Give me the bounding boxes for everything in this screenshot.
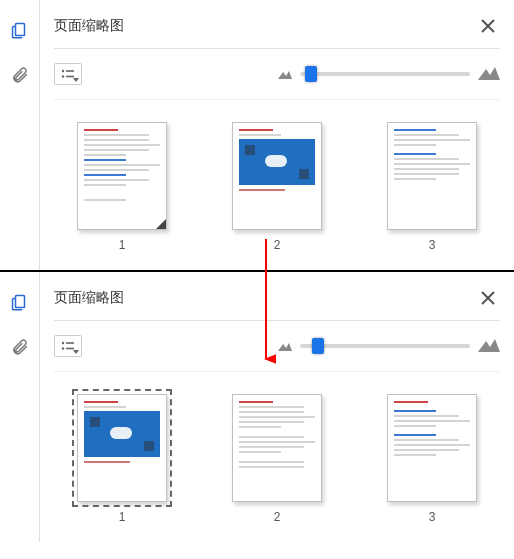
thumbnail-item: 2 xyxy=(217,122,337,252)
zoom-slider[interactable] xyxy=(300,344,470,348)
thumbnails-icon[interactable] xyxy=(9,20,31,42)
page-thumbnail[interactable] xyxy=(387,394,477,502)
thumbnail-item: 1 xyxy=(62,122,182,252)
page-number: 3 xyxy=(429,510,436,524)
page-number: 3 xyxy=(429,238,436,252)
zoom-in-icon[interactable] xyxy=(478,66,500,83)
zoom-out-icon[interactable] xyxy=(278,339,292,354)
pane-bottom: 页面缩略图 xyxy=(0,272,514,542)
page-number: 2 xyxy=(274,510,281,524)
panel-title: 页面缩略图 xyxy=(54,17,124,35)
svg-rect-2 xyxy=(66,70,74,72)
svg-rect-7 xyxy=(66,342,74,344)
close-button[interactable] xyxy=(476,286,500,310)
dogear-icon xyxy=(156,219,166,229)
thumbnail-item: 2 xyxy=(217,394,337,524)
thumbnails-toolbar xyxy=(54,57,500,100)
thumbnails-row: 1 2 xyxy=(54,394,500,524)
thumbnails-icon[interactable] xyxy=(9,292,31,314)
attachment-icon[interactable] xyxy=(9,336,31,358)
pane-top: 页面缩略图 xyxy=(0,0,514,272)
zoom-slider[interactable] xyxy=(300,72,470,76)
svg-point-6 xyxy=(62,342,64,344)
page-thumbnail[interactable] xyxy=(77,122,167,230)
thumbnails-panel: 页面缩略图 xyxy=(40,272,514,542)
panel-title: 页面缩略图 xyxy=(54,289,124,307)
sidebar-ribbon xyxy=(0,0,40,270)
page-thumbnail[interactable] xyxy=(77,394,167,502)
thumbnails-toolbar xyxy=(54,329,500,372)
chevron-down-icon xyxy=(73,78,79,82)
svg-point-8 xyxy=(62,347,64,349)
zoom-in-icon[interactable] xyxy=(478,338,500,355)
page-thumbnail[interactable] xyxy=(232,122,322,230)
thumbnail-item: 3 xyxy=(372,394,492,524)
panel-header: 页面缩略图 xyxy=(54,282,500,321)
options-menu-button[interactable] xyxy=(54,335,82,357)
sidebar-ribbon xyxy=(0,272,40,542)
page-number: 2 xyxy=(274,238,281,252)
attachment-icon[interactable] xyxy=(9,64,31,86)
thumbnail-item: 1 xyxy=(62,394,182,524)
svg-rect-0 xyxy=(15,24,24,36)
close-button[interactable] xyxy=(476,14,500,38)
panel-header: 页面缩略图 xyxy=(54,10,500,49)
zoom-slider-thumb[interactable] xyxy=(312,338,324,354)
page-thumbnail[interactable] xyxy=(387,122,477,230)
thumbnails-row: 1 2 3 xyxy=(54,122,500,252)
options-menu-button[interactable] xyxy=(54,63,82,85)
zoom-slider-group xyxy=(278,338,500,355)
svg-rect-5 xyxy=(15,296,24,308)
svg-point-3 xyxy=(62,75,64,77)
zoom-slider-group xyxy=(278,66,500,83)
chevron-down-icon xyxy=(73,350,79,354)
thumbnails-panel: 页面缩略图 xyxy=(40,0,514,270)
svg-point-1 xyxy=(62,70,64,72)
zoom-out-icon[interactable] xyxy=(278,67,292,82)
page-number: 1 xyxy=(119,238,126,252)
zoom-slider-thumb[interactable] xyxy=(305,66,317,82)
thumbnail-item: 3 xyxy=(372,122,492,252)
page-number: 1 xyxy=(119,510,126,524)
page-thumbnail[interactable] xyxy=(232,394,322,502)
